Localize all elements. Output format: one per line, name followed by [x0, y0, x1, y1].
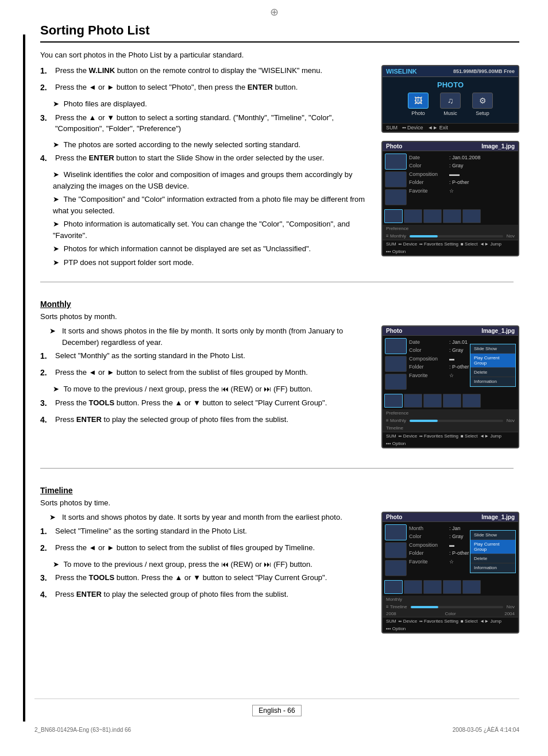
timeline-arrow-icon-1: ➤: [49, 512, 60, 523]
arrow-icon-4: ➤: [53, 195, 59, 204]
tv-monthly-val-color: : Gray: [449, 346, 464, 354]
tv-tl-year-left: 2008: [386, 611, 396, 616]
tv-timeline-lbl-fav: Favorite: [409, 558, 449, 566]
tv-icon-music-box: ♫: [440, 93, 461, 109]
page-number: English - 66: [252, 705, 301, 716]
tv-monthly-lbl-fav: Favorite: [409, 371, 449, 379]
tv-icon-photo-box: 🖼: [408, 93, 429, 109]
tv-monthly-thumb-1: [385, 338, 407, 354]
tv-progress-fill-2: [410, 235, 438, 237]
timeline-step-2-text: Press the ◄ or ► button to select from t…: [55, 542, 315, 554]
tv-timeline-thumb-3: [385, 560, 407, 576]
step-2-arrow-text: Photo files are displayed.: [64, 99, 147, 108]
tv-footer-fav: ▪▪ Favorites Setting: [419, 241, 458, 247]
monthly-step-3-num: 3.: [40, 397, 53, 409]
tv-bar-monthly: ≡ Monthly: [386, 233, 406, 239]
tv-monthly-header: Photo Image_1.jpg: [383, 327, 518, 336]
tv-timeline-body: Month : Jan Color : Gray Composition ▬: [383, 522, 518, 578]
tv-monthly-hdr-right: Image_1.jpg: [481, 328, 515, 334]
timeline-step-2: 2. Press the ◄ or ► button to select fro…: [40, 542, 370, 554]
step-4-arrow-e: ➤ PTP does not support folder sort mode.: [53, 257, 370, 268]
step-2-num: 2.: [40, 82, 53, 94]
step-3: 3. Press the ▲ or ▼ button to select a s…: [40, 112, 370, 135]
tv-icon-setup: ⚙ Setup: [472, 93, 493, 116]
main-steps-list: 1. Press the W.LINK button on the remote…: [40, 65, 370, 268]
tv-monthly-bar-label: ≡ Monthly: [386, 418, 406, 423]
tv-tl-footer-jump: ◄► Jump: [480, 619, 501, 624]
right-column-screens: WISELINK 851.99MB/995.00MB Free PHOTO 🖼 …: [381, 65, 519, 270]
tv-thumb-2: [385, 171, 407, 187]
tv-footer-select: ■ Select: [461, 241, 477, 247]
tv-screen-timeline: Photo Image_1.jpg Month : Jan: [381, 512, 519, 634]
step-4e-text: PTP does not support folder sort mode.: [64, 258, 194, 267]
arrow-icon-2: ➤: [53, 140, 59, 149]
tv-monthly-footer-device: ▪▪ Device: [399, 433, 417, 439]
tv-tl-footer-device: ▪▪ Device: [399, 619, 417, 624]
tv-timeline-thumb-1: [385, 524, 407, 540]
timeline-step-1: 1. Select "Timeline" as the sorting stan…: [40, 525, 370, 538]
monthly-arrow-text-1: It sorts and shows photos in the file by…: [62, 325, 370, 348]
tv-label-date: Date: [409, 153, 449, 162]
tv-storage-info: 851.99MB/995.00MB Free: [453, 68, 515, 74]
tv-icon-photo: 🖼 Photo: [408, 93, 429, 116]
tv-footer-device: ▪▪ Device: [399, 241, 417, 247]
ctx-play-current: Play Current Group: [470, 354, 515, 368]
step-1-text: Press the W.LINK button on the remote co…: [55, 65, 322, 77]
timeline-step-3-text: Press the TOOLS button. Press the ▲ or ▼…: [55, 572, 327, 584]
tv-info-row-folder: Folder : P-other: [409, 178, 516, 186]
monthly-steps: 1. Select "Monthly" as the sorting stand…: [40, 350, 370, 426]
tv-tl-mini-4: [443, 580, 461, 594]
divider-timeline: [40, 468, 514, 469]
timeline-step-2-arrow-text: To move to the previous / next group, pr…: [63, 560, 312, 569]
tv-thumbnails-2: [385, 153, 407, 205]
timeline-step-2-arrow: ➤ To move to the previous / next group, …: [53, 559, 370, 570]
monthly-step-4: 4. Press ENTER to play the selected grou…: [40, 414, 370, 426]
step-1-num: 1.: [40, 65, 53, 77]
step-4b-text: The "Composition" and "Color" informatio…: [53, 195, 365, 215]
tv-icon-setup-label: Setup: [476, 110, 489, 116]
thumb-mini-2: [404, 209, 422, 223]
step-4d-text: Photos for which information cannot be d…: [64, 244, 311, 253]
step-4-arrow-a: ➤ Wiselink identifies the color and comp…: [53, 169, 370, 191]
tv-body-1: PHOTO 🖼 Photo ♫ Music ⚙ Setup: [383, 77, 518, 123]
tv-timeline-header: Photo Image_1.jpg: [383, 513, 518, 522]
monthly-right: Photo Image_1.jpg Date : Jan.01: [381, 325, 519, 456]
arrow-icon: ➤: [53, 99, 59, 108]
thumb-mini-1: [384, 209, 403, 223]
monthly-arrow-icon-2: ➤: [53, 385, 59, 393]
tv-pref-label: Preference: [386, 226, 408, 231]
footer-file-right: 2008-03-05 ¿ÀÈÄ 4:14:04: [453, 727, 519, 733]
tv-monthly-thumb-3: [385, 374, 407, 390]
tv-monthly-bar-right: Nov: [507, 418, 515, 423]
monthly-step-2-num: 2.: [40, 367, 53, 379]
tv-tl-year-bar: 2008 Color 2004: [383, 611, 518, 617]
tv-screen-1: WISELINK 851.99MB/995.00MB Free PHOTO 🖼 …: [381, 65, 519, 133]
tv-timeline-thumb-2: [385, 542, 407, 558]
tv-monthly-fill: [410, 420, 438, 422]
tv-monthly-val-folder: : P-other: [449, 363, 469, 371]
timeline-desc: Sorts photos by time.: [40, 498, 519, 507]
step-2-text: Press the ◄ or ► button to select "Photo…: [55, 82, 298, 94]
tv-wiselink-label: WISELINK: [386, 68, 417, 75]
tv-timeline-thumbs: [385, 524, 407, 576]
thumb-mini-4: [443, 209, 461, 223]
tv-timeline-lbl-color: Color: [409, 532, 449, 540]
timeline-step-4-text: Press ENTER to play the selected group o…: [55, 589, 288, 601]
footer-file-info: 2_BN68-01429A-Eng (63~81).indd 66 2008-0…: [34, 727, 519, 733]
tv-tl-mini-1: [384, 580, 403, 594]
tv-footer-text-3: ◄► Exit: [427, 125, 447, 131]
tv-value-comp: ▬▬: [449, 170, 460, 178]
timeline-step-4-num: 4.: [40, 589, 53, 601]
tv-monthly-mini-4: [443, 394, 461, 408]
tv-timeline-lbl-folder: Folder: [409, 549, 449, 557]
step-4-num: 4.: [40, 152, 53, 164]
step-4-text: Press the ENTER button to start the Slid…: [55, 152, 324, 164]
tv-photo-header-right: Image_1.jpg: [481, 143, 515, 149]
tv-timeline-footer: SUM ▪▪ Device ▪▪ Favorites Setting ■ Sel…: [383, 617, 518, 632]
tv-photo-header-2: Photo Image_1.jpg: [383, 142, 518, 151]
tv-monthly-bar-2: ≡ Monthly Nov: [383, 232, 518, 240]
timeline-arrow-1: ➤ It sorts and shows photos by date. It …: [49, 512, 370, 523]
tv-timeline-val-fav: ☆: [449, 558, 454, 566]
tv-timeline-lbl-month: Month: [409, 524, 449, 532]
step-4-arrow-b: ➤ The "Composition" and "Color" informat…: [53, 194, 370, 216]
